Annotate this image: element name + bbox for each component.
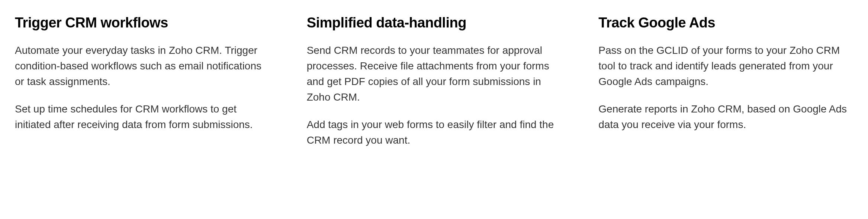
- feature-column-simplified-data: Simplified data-handling Send CRM record…: [307, 15, 562, 148]
- feature-paragraph: Generate reports in Zoho CRM, based on G…: [598, 101, 853, 133]
- feature-column-trigger-crm: Trigger CRM workflows Automate your ever…: [15, 15, 270, 148]
- feature-paragraph: Automate your everyday tasks in Zoho CRM…: [15, 43, 270, 89]
- feature-column-track-google-ads: Track Google Ads Pass on the GCLID of yo…: [598, 15, 853, 148]
- feature-paragraph: Add tags in your web forms to easily fil…: [307, 117, 562, 148]
- feature-paragraph: Set up time schedules for CRM workflows …: [15, 101, 270, 133]
- feature-heading: Track Google Ads: [598, 15, 853, 31]
- features-container: Trigger CRM workflows Automate your ever…: [15, 15, 853, 148]
- feature-heading: Trigger CRM workflows: [15, 15, 270, 31]
- feature-paragraph: Pass on the GCLID of your forms to your …: [598, 43, 853, 89]
- feature-heading: Simplified data-handling: [307, 15, 562, 31]
- feature-paragraph: Send CRM records to your teammates for a…: [307, 43, 562, 105]
